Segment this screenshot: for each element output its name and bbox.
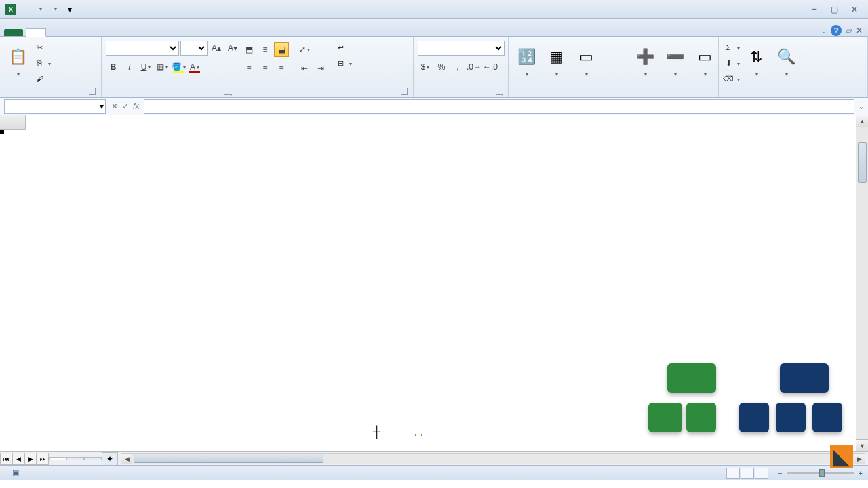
eraser-icon: ⌫ [723, 75, 734, 83]
font-size-combo[interactable] [180, 41, 208, 56]
prev-sheet-button[interactable]: ◀ [12, 453, 24, 465]
name-box[interactable]: ▾ [4, 99, 106, 114]
new-sheet-button[interactable]: ✦ [102, 452, 118, 465]
sheet-tab-3[interactable] [84, 457, 102, 460]
redo-button[interactable] [49, 3, 61, 16]
wrap-text-button[interactable]: ↩ [335, 41, 352, 54]
scroll-right-icon[interactable]: ▶ [854, 454, 865, 464]
alignment-dialog-launcher[interactable] [401, 88, 408, 95]
font-color-button[interactable]: A [187, 60, 202, 75]
clipboard-dialog-launcher[interactable] [89, 88, 96, 95]
align-left-button[interactable]: ≡ [241, 61, 256, 76]
fill-button[interactable]: ⬇ [723, 56, 740, 70]
chevron-down-icon[interactable]: ▾ [100, 102, 104, 111]
number-dialog-launcher[interactable] [496, 88, 502, 95]
expand-formula-bar[interactable]: ⌄ [854, 102, 868, 111]
zoom-out-button[interactable]: − [778, 469, 782, 477]
align-center-button[interactable]: ≡ [258, 61, 273, 76]
align-right-button[interactable]: ≡ [274, 61, 289, 76]
find-select-button[interactable]: 🔍 [772, 39, 800, 85]
comma-button[interactable]: , [450, 60, 465, 75]
insert-cells-button[interactable]: ➕ [631, 39, 658, 85]
format-cells-button[interactable]: ▭ [691, 39, 718, 85]
cell-styles-button[interactable]: ▭ [572, 39, 599, 85]
zoom-slider[interactable] [787, 472, 854, 474]
hscroll-thumb[interactable] [134, 455, 323, 463]
align-bottom-button[interactable]: ⬓ [274, 42, 289, 57]
zoom-knob[interactable] [819, 469, 825, 477]
decrease-indent-button[interactable]: ⇤ [297, 61, 312, 76]
increase-decimal-button[interactable]: .0→ [467, 60, 481, 75]
grow-font-button[interactable]: A▴ [209, 41, 224, 56]
percent-button[interactable]: % [434, 60, 449, 75]
fill-handle[interactable] [0, 130, 4, 134]
tab-formulas[interactable] [84, 29, 103, 36]
tab-insert[interactable] [46, 29, 65, 36]
sort-filter-button[interactable]: ⇅ [743, 39, 770, 85]
font-name-combo[interactable] [106, 41, 179, 56]
underline-button[interactable]: U [138, 60, 153, 75]
normal-view-button[interactable] [726, 468, 740, 479]
window-restore-icon[interactable]: ▱ [846, 26, 852, 35]
vertical-scrollbar[interactable]: ▲ ▼ [856, 115, 868, 451]
last-sheet-button[interactable]: ⏭ [37, 453, 49, 465]
clear-button[interactable]: ⌫ [723, 72, 740, 85]
font-dialog-launcher[interactable] [224, 88, 231, 95]
currency-button[interactable]: $ [418, 60, 433, 75]
delete-cells-button[interactable]: ➖ [661, 39, 688, 85]
align-middle-button[interactable]: ≡ [258, 42, 273, 57]
autosum-button[interactable]: Σ [723, 41, 740, 54]
align-top-button[interactable]: ⬒ [241, 42, 256, 57]
page-break-view-button[interactable] [755, 468, 768, 479]
select-all-corner[interactable] [0, 115, 26, 130]
window-close2-icon[interactable]: ✕ [856, 26, 863, 35]
orientation-button[interactable]: ⤢ [297, 42, 312, 57]
format-painter-button[interactable]: 🖌 [34, 72, 51, 85]
borders-button[interactable]: ▦ [155, 60, 170, 75]
increase-indent-button[interactable]: ⇥ [313, 61, 328, 76]
decrease-decimal-button[interactable]: ←.0 [483, 60, 498, 75]
format-as-table-button[interactable]: ▦ [542, 39, 570, 85]
page-layout-view-button[interactable] [741, 468, 754, 479]
zoom-in-button[interactable]: + [859, 469, 863, 477]
formula-input[interactable] [144, 99, 854, 114]
scroll-down-icon[interactable]: ▼ [856, 439, 868, 451]
italic-button[interactable]: I [122, 60, 137, 75]
copy-button[interactable]: ⎘ [34, 56, 51, 70]
bold-button[interactable]: B [106, 60, 121, 75]
tab-view[interactable] [141, 29, 160, 36]
sheet-tab-2[interactable] [66, 457, 84, 460]
tab-file[interactable] [4, 29, 23, 36]
next-sheet-button[interactable]: ▶ [24, 453, 37, 465]
maximize-button[interactable]: ▢ [826, 4, 842, 15]
vscroll-thumb[interactable] [858, 142, 867, 183]
merge-center-button[interactable]: ⊟ [335, 56, 352, 70]
number-format-combo[interactable] [418, 41, 505, 56]
first-sheet-button[interactable]: ⏮ [0, 453, 12, 465]
minimize-button[interactable]: ━ [806, 4, 822, 15]
scroll-left-icon[interactable]: ◀ [121, 454, 132, 464]
fill-color-button[interactable]: 🪣 [171, 60, 186, 75]
sheet-tab-1[interactable] [49, 457, 66, 460]
macro-record-icon[interactable]: ▣ [12, 468, 19, 477]
minimize-ribbon-icon[interactable]: ⌄ [821, 27, 827, 35]
paste-button[interactable]: 📋 [4, 39, 31, 85]
enter-formula-icon[interactable]: ✓ [122, 102, 129, 111]
format-icon: ▭ [694, 46, 715, 68]
tab-page-layout[interactable] [65, 29, 84, 36]
cut-button[interactable]: ✂ [34, 41, 51, 54]
help-icon[interactable]: ? [831, 25, 842, 36]
close-button[interactable]: ✕ [846, 4, 863, 15]
undo-button[interactable] [34, 3, 46, 16]
scroll-up-icon[interactable]: ▲ [856, 115, 868, 127]
save-button[interactable] [19, 3, 31, 16]
tab-home[interactable] [26, 28, 46, 37]
qat-customize[interactable]: ▾ [64, 3, 76, 16]
conditional-formatting-button[interactable]: 🔢 [513, 39, 540, 85]
fx-icon[interactable]: fx [133, 102, 139, 111]
row-headers[interactable] [0, 130, 26, 451]
cancel-formula-icon[interactable]: ✕ [111, 102, 118, 111]
horizontal-scrollbar[interactable]: ◀ ▶ [121, 453, 865, 464]
tab-review[interactable] [122, 29, 141, 36]
tab-data[interactable] [103, 29, 122, 36]
